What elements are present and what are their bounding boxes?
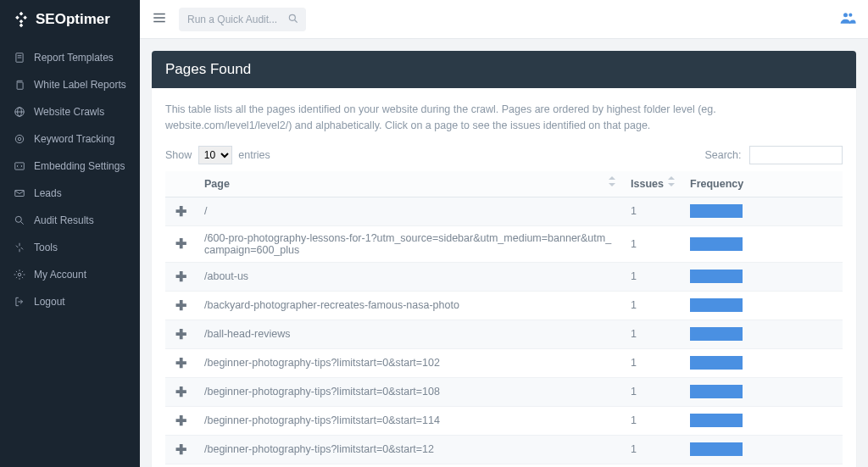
svg-rect-10 (15, 191, 25, 197)
cell-page: /600-pro-photography-lessons-for-1?utm_s… (196, 225, 622, 262)
cell-page: /beginner-photography-tips?limitstart=0&… (196, 348, 622, 377)
table-row[interactable]: ✚/about-us1 (165, 262, 843, 291)
expand-icon[interactable]: ✚ (165, 377, 196, 406)
svg-point-20 (849, 14, 852, 17)
sidebar-item-logout[interactable]: Logout (0, 288, 140, 315)
show-label-post: entries (238, 149, 270, 161)
cell-frequency (682, 225, 843, 262)
sidebar-item-label: Audit Results (34, 214, 94, 226)
cell-frequency (682, 320, 843, 348)
frequency-bar (690, 385, 743, 398)
table-search: Search: (704, 146, 843, 164)
svg-rect-3 (17, 82, 23, 89)
cell-issues: 1 (622, 406, 682, 435)
table-row[interactable]: ✚/ball-head-reviews1 (165, 320, 843, 348)
sidebar-item-leads[interactable]: Leads (0, 180, 140, 207)
svg-point-8 (18, 137, 21, 141)
sidebar: SEOptimer Report TemplatesWhite Label Re… (0, 0, 140, 467)
entries-select[interactable]: 10 (198, 146, 232, 164)
expand-icon[interactable]: ✚ (165, 464, 196, 467)
cell-page: /beginner-photography-tips?limitstart=0&… (196, 435, 622, 464)
sidebar-item-audit-results[interactable]: Audit Results (0, 207, 140, 234)
svg-line-12 (21, 222, 24, 225)
expand-icon[interactable]: ✚ (165, 348, 196, 377)
table-row[interactable]: ✚/beginner-photography-tips?limitstart=0… (165, 377, 843, 406)
brand-logo: SEOptimer (0, 0, 140, 39)
embed-icon (14, 160, 25, 172)
tool-icon (14, 242, 25, 253)
sidebar-item-keyword-tracking[interactable]: Keyword Tracking (0, 125, 140, 153)
search-icon (14, 214, 25, 226)
panel-title: Pages Found (152, 51, 856, 88)
pages-found-panel: Pages Found This table lists all the pag… (152, 51, 856, 467)
sidebar-item-report-templates[interactable]: Report Templates (0, 44, 140, 71)
cell-frequency (682, 435, 843, 464)
users-icon[interactable] (839, 9, 856, 29)
sidebar-nav: Report TemplatesWhite Label ReportsWebsi… (0, 44, 140, 315)
cell-frequency (682, 406, 843, 435)
hamburger-icon[interactable] (152, 10, 167, 28)
cell-page: /beginner-photography-tips?limitstart=0&… (196, 377, 622, 406)
table-row[interactable]: ✚/beginner-photography-tips?limitstart=0… (165, 406, 843, 435)
cell-frequency (682, 291, 843, 320)
cell-frequency (682, 377, 843, 406)
frequency-bar (690, 237, 743, 251)
copy-icon (14, 79, 25, 91)
cell-issues: 1 (622, 435, 682, 464)
sidebar-item-website-crawls[interactable]: Website Crawls (0, 98, 140, 125)
cell-issues: 1 (622, 320, 682, 348)
col-issues[interactable]: Issues (622, 171, 682, 197)
col-page[interactable]: Page (196, 171, 622, 197)
col-frequency: Frequency (682, 171, 843, 197)
svg-point-17 (289, 14, 295, 20)
expand-icon[interactable]: ✚ (165, 291, 196, 320)
logout-icon (14, 296, 25, 308)
cell-page: / (196, 197, 622, 225)
cell-issues: 1 (622, 262, 682, 291)
expand-icon[interactable]: ✚ (165, 435, 196, 464)
table-row[interactable]: ✚/600-pro-photography-lessons-for-1?utm_… (165, 225, 843, 262)
expand-icon[interactable]: ✚ (165, 197, 196, 225)
cell-issues: 1 (622, 291, 682, 320)
sidebar-item-label: Website Crawls (34, 106, 104, 118)
frequency-bar (690, 414, 743, 427)
expand-icon[interactable]: ✚ (165, 320, 196, 348)
sidebar-item-label: White Label Reports (34, 79, 126, 91)
cell-frequency (682, 197, 843, 225)
frequency-bar (690, 356, 743, 370)
table-row[interactable]: ✚/beginner-photography-tips?limitstart=0… (165, 348, 843, 377)
sidebar-item-label: Logout (34, 296, 65, 308)
svg-rect-9 (15, 163, 25, 170)
expand-icon[interactable]: ✚ (165, 225, 196, 262)
sidebar-item-tools[interactable]: Tools (0, 234, 140, 261)
sidebar-item-label: Embedding Settings (34, 160, 125, 172)
expand-icon[interactable]: ✚ (165, 406, 196, 435)
sidebar-item-white-label-reports[interactable]: White Label Reports (0, 71, 140, 98)
gear-icon (14, 269, 25, 281)
quick-audit-search (179, 8, 306, 31)
expand-icon[interactable]: ✚ (165, 262, 196, 291)
cell-page: /beginner-photography-tips?limitstart=0&… (196, 406, 622, 435)
doc-icon (14, 52, 25, 64)
brand-text: SEOptimer (36, 11, 110, 28)
table-search-input[interactable] (749, 146, 843, 164)
entries-control: Show 10 entries (165, 146, 270, 164)
table-row[interactable]: ✚/beginner-photography-tips?limitstart=0… (165, 435, 843, 464)
svg-point-13 (18, 273, 21, 276)
cell-issues: 1 (622, 377, 682, 406)
sidebar-item-label: Leads (34, 187, 62, 199)
svg-point-19 (843, 13, 848, 17)
cell-issues: 1 (622, 464, 682, 467)
cell-page: /beginner-photography-tips?limitstart=0&… (196, 464, 622, 467)
sidebar-item-my-account[interactable]: My Account (0, 261, 140, 288)
globe-icon (14, 106, 25, 118)
table-row[interactable]: ✚/1 (165, 197, 843, 225)
cell-page: /ball-head-reviews (196, 320, 622, 348)
cell-page: /backyard-photographer-recreates-famous-… (196, 291, 622, 320)
mail-icon (14, 187, 25, 199)
table-row[interactable]: ✚/backyard-photographer-recreates-famous… (165, 291, 843, 320)
svg-point-7 (15, 135, 23, 142)
sidebar-item-embedding-settings[interactable]: Embedding Settings (0, 153, 140, 180)
frequency-bar (690, 298, 743, 312)
table-row[interactable]: ✚/beginner-photography-tips?limitstart=0… (165, 464, 843, 467)
